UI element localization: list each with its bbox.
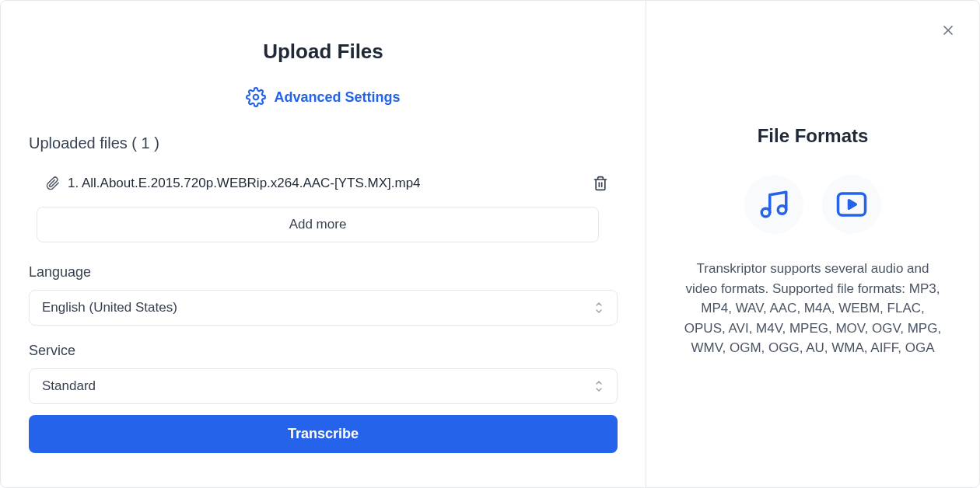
language-label: Language: [29, 264, 618, 281]
file-info: 1. All.About.E.2015.720p.WEBRip.x264.AAC…: [46, 176, 421, 191]
audio-format-icon-wrap: [744, 175, 803, 234]
chevron-updown-icon: [593, 301, 604, 315]
service-select[interactable]: Standard: [29, 368, 618, 404]
add-more-label: Add more: [289, 217, 347, 232]
page-title: Upload Files: [29, 40, 618, 64]
chevron-updown-icon: [593, 379, 604, 393]
svg-point-5: [761, 208, 770, 217]
video-format-icon-wrap: [822, 175, 881, 234]
trash-icon[interactable]: [593, 176, 608, 191]
svg-marker-8: [849, 200, 856, 209]
advanced-settings-button[interactable]: Advanced Settings: [29, 87, 618, 107]
transcribe-label: Transcribe: [288, 426, 359, 441]
uploaded-files-label: Uploaded files ( 1 ): [29, 134, 618, 152]
paperclip-icon: [46, 176, 60, 190]
formats-description: Transkriptor supports several audio and …: [681, 259, 945, 358]
modal-container: Upload Files Advanced Settings Uploaded …: [0, 0, 980, 488]
close-icon[interactable]: [940, 23, 956, 38]
svg-point-6: [778, 206, 786, 214]
advanced-settings-label: Advanced Settings: [274, 89, 400, 106]
upload-panel: Upload Files Advanced Settings Uploaded …: [1, 1, 646, 487]
info-panel: File Formats: [646, 1, 979, 487]
gear-icon: [246, 87, 266, 107]
file-row: 1. All.About.E.2015.720p.WEBRip.x264.AAC…: [29, 171, 618, 196]
music-icon: [758, 188, 790, 221]
file-name: 1. All.About.E.2015.720p.WEBRip.x264.AAC…: [68, 176, 421, 191]
video-icon: [835, 188, 868, 221]
language-value: English (United States): [42, 300, 177, 315]
language-select[interactable]: English (United States): [29, 290, 618, 326]
add-more-button[interactable]: Add more: [37, 207, 599, 242]
service-label: Service: [29, 343, 618, 359]
svg-point-0: [254, 95, 259, 100]
service-value: Standard: [42, 378, 96, 394]
transcribe-button[interactable]: Transcribe: [29, 415, 618, 453]
formats-icon-row: [744, 175, 881, 234]
formats-title: File Formats: [758, 125, 869, 147]
